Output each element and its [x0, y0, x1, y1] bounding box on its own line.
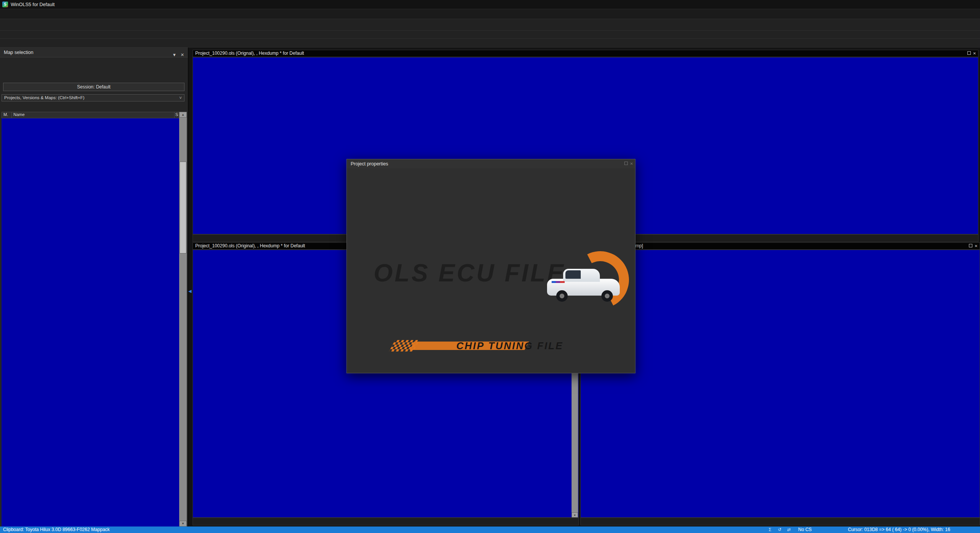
cursor-status: Cursor: 013D8 => 64 ( 64) -> 0 (0.00%), … [848, 526, 950, 533]
panel-splitter-handle[interactable]: ◀ [188, 283, 193, 299]
close-icon[interactable]: ✕ [630, 162, 633, 166]
checksum-status: No CS [798, 526, 812, 533]
map-selection-title: Map selection [4, 50, 33, 55]
column-s[interactable]: S [174, 112, 179, 118]
refresh-icon: ↺ [778, 526, 781, 533]
column-name[interactable]: Name [12, 112, 174, 118]
session-bar[interactable]: Session: Default [3, 83, 185, 91]
hex-window-tabbar [193, 518, 579, 525]
restore-icon[interactable] [967, 51, 971, 55]
3d-surface-plot [581, 250, 980, 518]
watermark-subtext: CHIP TUNING FILE [456, 340, 564, 352]
map-selection-header: Map selection ▼ ✕ [0, 47, 188, 57]
projects-filter-dropdown[interactable]: Projects, Versions & Maps: (Ctrl+Shift+F… [2, 94, 185, 101]
swap-icon: ⇄ [787, 526, 791, 533]
map-panel-toolbar [2, 60, 186, 80]
panel-close-icon[interactable]: ✕ [181, 50, 184, 60]
surface-window-titlebar[interactable]: [Synchronized with hexdump] ✕ [580, 242, 980, 250]
projects-filter-label: Projects, Versions & Maps: (Ctrl+Shift+F… [4, 95, 85, 100]
clipboard-status: Clipboard: Toyota Hilux 3.0D 89663-F0262… [3, 526, 110, 533]
column-m[interactable]: M. [2, 112, 12, 118]
title-bar: 5 WinOLS5 for Default [0, 0, 980, 9]
tree-scrollbar[interactable]: ▲ ▼ [179, 112, 187, 526]
map-selection-panel: Map selection ▼ ✕ Session: Default Proje… [0, 47, 188, 526]
close-icon[interactable]: ✕ [975, 244, 978, 249]
chevron-down-icon: ˅ [179, 95, 182, 101]
dialog-body: OLS ECU FILE CHIP TUNING FILE [347, 168, 636, 374]
panel-collapse-icon[interactable]: ▼ [172, 50, 176, 60]
toolbar-main [0, 19, 980, 31]
dialog-title: Project properties [351, 161, 388, 167]
sum-icon: Σ [769, 526, 771, 533]
filter-toolbar [2, 103, 185, 110]
window-title: WinOLS5 for Default [11, 2, 55, 7]
scroll-up-icon[interactable]: ▲ [179, 112, 187, 118]
hex-window-title: Project_100290.ols (Original), , Hexdump… [195, 243, 305, 249]
race-car-graphic [540, 249, 636, 314]
menu-bar [0, 9, 980, 19]
restore-icon[interactable] [969, 244, 972, 247]
scroll-down-icon[interactable]: ▼ [572, 512, 578, 518]
toolbar-navigation [0, 39, 980, 47]
app-icon: 5 [2, 2, 8, 7]
restore-icon[interactable] [624, 162, 628, 165]
surface-window-tabbar [580, 518, 980, 525]
project-properties-dialog: Project properties ✕ OLS ECU FILE CHIP T… [346, 159, 635, 373]
session-label: Session: Default [77, 84, 110, 90]
chart-window-titlebar[interactable]: Project_100290.ols (Orignal), , Hexdump … [193, 50, 978, 57]
status-bar: Clipboard: Toyota Hilux 3.0D 89663-F0262… [0, 526, 980, 533]
chart-window-title: Project_100290.ols (Orignal), , Hexdump … [195, 51, 304, 56]
scrollbar-thumb[interactable] [180, 162, 186, 253]
toolbar-secondary [0, 31, 980, 39]
winols-app: 5 WinOLS5 for Default Map selection ▼ ✕ … [0, 0, 980, 533]
map-tree [2, 118, 179, 526]
close-icon[interactable]: ✕ [973, 51, 976, 56]
scroll-down-icon[interactable]: ▼ [179, 521, 187, 526]
dialog-titlebar[interactable]: Project properties ✕ [347, 159, 635, 168]
map-3d-view[interactable] [580, 250, 980, 518]
tree-column-headers[interactable]: M. Name S [2, 112, 179, 118]
watermark-text: OLS ECU FILE [374, 259, 565, 287]
